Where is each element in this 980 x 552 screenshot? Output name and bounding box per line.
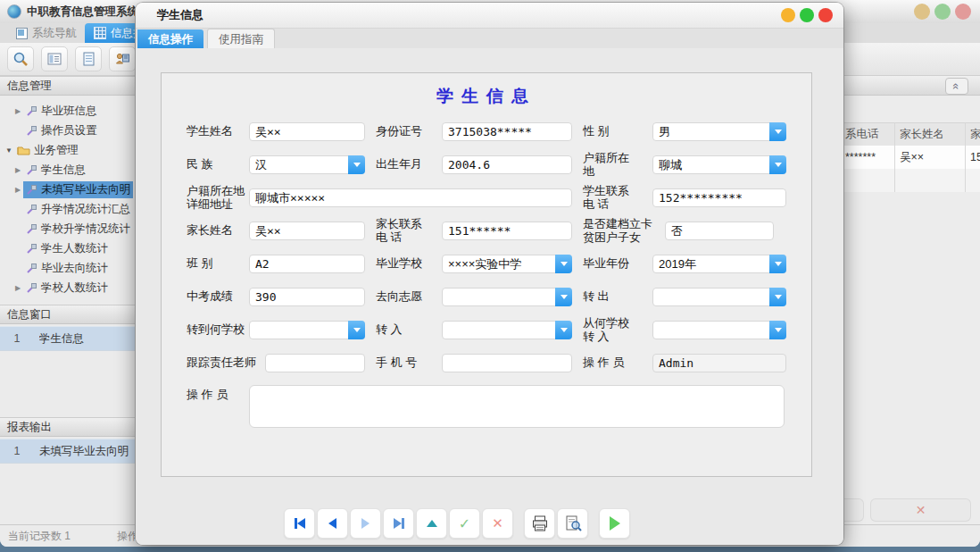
- print-button[interactable]: [524, 508, 555, 539]
- column-header-parent-name[interactable]: 家长姓名: [900, 122, 944, 146]
- record-nav-toolbar: ✓ ✕: [284, 507, 632, 539]
- graduation-school-label: 毕业学校: [376, 257, 442, 271]
- birth-date-field[interactable]: [442, 155, 572, 174]
- section-report-output[interactable]: 报表输出: [0, 417, 136, 437]
- run-button[interactable]: [599, 508, 630, 539]
- tab-system-nav[interactable]: 系统导航: [7, 23, 86, 43]
- chevron-down-icon[interactable]: [348, 321, 365, 339]
- chevron-down-icon[interactable]: [769, 155, 786, 174]
- class-field[interactable]: [249, 255, 365, 273]
- search-button[interactable]: [7, 46, 34, 71]
- transfer-in-label: 转 入: [376, 323, 442, 337]
- chevron-down-icon[interactable]: [555, 255, 572, 273]
- poverty-status-label: 是否建档立卡 贫困户子女: [583, 218, 665, 245]
- tab-user-guide[interactable]: 使用指南: [207, 29, 275, 49]
- expand-arrow-icon[interactable]: ▶: [12, 107, 23, 115]
- expand-arrow-icon[interactable]: ▶: [12, 186, 23, 194]
- column-header-parent-phone[interactable]: 家: [970, 122, 980, 146]
- destination-select[interactable]: [442, 288, 572, 306]
- tree-item-student-info[interactable]: ▶ 学生信息: [0, 160, 136, 180]
- chevron-down-icon[interactable]: [555, 321, 572, 339]
- list-item-unfilled-report[interactable]: 1 未填写毕业去向明: [0, 439, 136, 464]
- mobile-label: 手 机 号: [376, 356, 442, 370]
- student-name-field[interactable]: [249, 122, 365, 141]
- maximize-button[interactable]: [800, 8, 814, 22]
- maximize-button[interactable]: [934, 4, 951, 20]
- parent-phone-field[interactable]: [442, 222, 572, 240]
- chevron-down-icon[interactable]: [348, 155, 365, 174]
- tree-item-business-manage[interactable]: ▼ 业务管理: [0, 140, 136, 160]
- close-button[interactable]: [955, 4, 971, 20]
- check-icon: ✓: [459, 515, 470, 532]
- list-view-button[interactable]: [41, 46, 68, 71]
- transfer-to-school-select[interactable]: [249, 321, 365, 339]
- user-report-button[interactable]: [109, 46, 136, 71]
- first-record-button[interactable]: [284, 508, 315, 539]
- gender-select[interactable]: 男: [652, 122, 786, 141]
- list-item-student-info[interactable]: 1 学生信息: [0, 326, 136, 351]
- tree-item-student-count-stats[interactable]: 学生人数统计: [0, 238, 136, 258]
- tree-item-unfilled-destination[interactable]: ▶ 未填写毕业去向明: [0, 180, 136, 199]
- ethnicity-select[interactable]: 汉: [249, 155, 365, 174]
- chevron-down-icon[interactable]: [769, 321, 786, 339]
- chevron-down-icon[interactable]: [555, 288, 572, 306]
- residence-select[interactable]: 聊城: [652, 155, 786, 174]
- minimize-button[interactable]: [781, 8, 795, 22]
- tree-item-operator-settings[interactable]: 操作员设置: [0, 121, 136, 140]
- mobile-field[interactable]: [442, 354, 572, 372]
- exam-score-field[interactable]: [249, 288, 365, 306]
- transfer-from-school-select[interactable]: [652, 321, 786, 339]
- student-name-label: 学生姓名: [187, 125, 249, 138]
- operator-note-textarea[interactable]: [249, 385, 785, 428]
- previous-record-button[interactable]: [317, 508, 348, 539]
- collapse-arrow-icon[interactable]: ▼: [4, 146, 14, 155]
- user-report-icon: [114, 51, 130, 67]
- cell-phone: *******: [845, 146, 876, 169]
- expand-arrow-icon[interactable]: ▶: [12, 166, 23, 174]
- chevron-down-icon[interactable]: [769, 122, 786, 141]
- column-header-phone[interactable]: 系电话: [845, 122, 879, 146]
- id-number-field[interactable]: [442, 122, 572, 141]
- transfer-out-select[interactable]: [652, 288, 786, 306]
- transfer-in-select[interactable]: [442, 321, 572, 339]
- next-record-button[interactable]: [350, 508, 381, 539]
- tracking-teacher-field[interactable]: [265, 354, 365, 372]
- background-close-button[interactable]: ✕: [870, 498, 971, 522]
- graduation-year-select[interactable]: 2019年: [652, 255, 786, 273]
- student-phone-field[interactable]: [652, 188, 786, 207]
- last-record-button[interactable]: [383, 508, 414, 539]
- minimize-button[interactable]: [914, 4, 930, 20]
- tree-item-school-count-stats[interactable]: ▶ 学校人数统计: [0, 278, 136, 297]
- student-form: 学生信息 学生姓名 身份证号 性 别 男 民 族 汉: [161, 72, 812, 477]
- dialog-titlebar[interactable]: 学生信息: [136, 3, 843, 29]
- confirm-button[interactable]: ✓: [449, 508, 480, 539]
- section-info-window[interactable]: 信息窗口: [0, 305, 136, 324]
- chevron-collapse-icon: «: [951, 83, 962, 89]
- tab-info-operation[interactable]: 信息操作: [137, 29, 203, 49]
- section-info-manage[interactable]: 信息管理: [0, 76, 136, 96]
- operator-field: [652, 354, 786, 372]
- collapse-panel-button[interactable]: «: [945, 78, 968, 95]
- tree-item-destination-stats[interactable]: 毕业去向统计: [0, 258, 136, 278]
- last-record-icon: [394, 518, 402, 529]
- tree-item-enrollment-summary[interactable]: 升学情况统计汇总: [0, 199, 136, 219]
- tool-icon: [26, 282, 37, 294]
- student-phone-label: 学生联系 电 话: [583, 185, 652, 212]
- print-preview-button[interactable]: [557, 508, 588, 539]
- cancel-button[interactable]: ✕: [482, 508, 513, 539]
- parent-name-field[interactable]: [249, 222, 365, 240]
- tree-item-school-enrollment-stats[interactable]: 学校升学情况统计: [0, 219, 136, 238]
- document-button[interactable]: [75, 46, 102, 71]
- chevron-down-icon[interactable]: [769, 288, 786, 306]
- expand-arrow-icon[interactable]: ▶: [12, 284, 23, 292]
- tree-item-graduating-class[interactable]: ▶ 毕业班信息: [0, 101, 136, 121]
- graduation-school-select[interactable]: ××××实验中学: [442, 255, 572, 273]
- printer-icon: [531, 515, 549, 531]
- close-button[interactable]: [818, 8, 833, 22]
- chevron-down-icon[interactable]: [769, 255, 786, 273]
- dialog-body: 学生信息 学生姓名 身份证号 性 别 男 民 族 汉: [136, 48, 843, 545]
- poverty-status-field[interactable]: [665, 222, 774, 240]
- edit-record-button[interactable]: [416, 508, 447, 539]
- address-field[interactable]: [249, 188, 572, 207]
- search-icon: [12, 51, 29, 67]
